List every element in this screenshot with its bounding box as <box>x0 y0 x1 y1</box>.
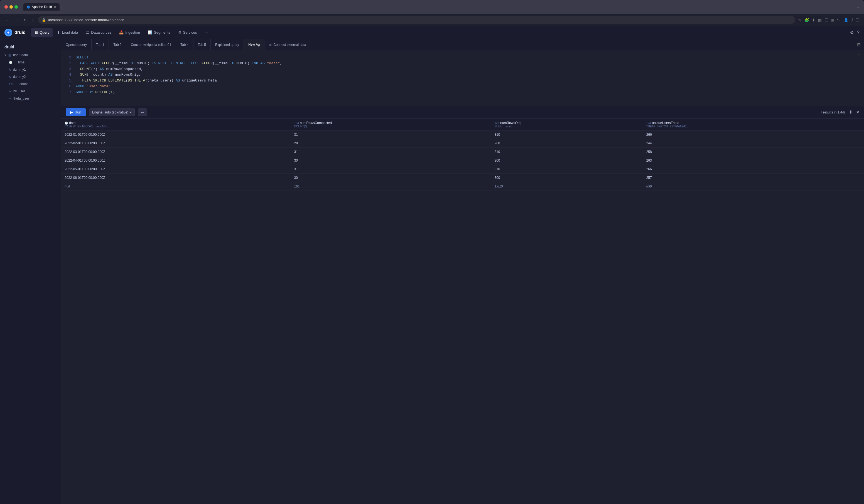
line-number-5: 5 <box>66 78 71 84</box>
line-number-6: 6 <box>66 84 71 89</box>
settings-icon[interactable]: ⚙ <box>850 30 854 35</box>
add-tab-button[interactable]: ⊞ <box>857 42 861 47</box>
sidebar-item-hll-user[interactable]: ✳ hll_user <box>0 88 61 95</box>
sidebar-item-dummy2[interactable]: A dummy2 <box>0 73 61 81</box>
back-button[interactable]: ← <box>4 17 11 23</box>
run-play-icon: ▶ <box>70 110 73 114</box>
table-row: 2022-01-01T00:00:00.000Z31310266 <box>61 131 864 139</box>
sidebar-item-time[interactable]: 🕐 __time <box>0 59 61 66</box>
cell-numRowsCompacted-0: 31 <box>291 131 491 139</box>
tab-opened-query[interactable]: Opened query <box>61 39 92 50</box>
download-results-button[interactable]: ⬇ <box>849 110 853 115</box>
tab-convert-wikipedia[interactable]: Convert wikipedia-rollup-01 <box>127 39 176 50</box>
chevron-down-icon: ▾ <box>130 110 132 114</box>
bookmark-icon[interactable]: ☆ <box>798 18 802 22</box>
new-tab-button[interactable]: + <box>61 4 63 10</box>
extensions-icon[interactable]: 🧩 <box>804 18 809 22</box>
editor-area[interactable]: 1 SELECT 2 CASE WHEN FLOOR(__time TO MON… <box>61 50 864 106</box>
editor-line-1: 1 SELECT <box>66 55 860 61</box>
sidebar-title: druid <box>4 45 14 49</box>
url-text: localhost:8888/unified-console.html#work… <box>48 18 124 22</box>
close-results-button[interactable]: ✕ <box>856 110 860 115</box>
druid-logo-icon <box>4 29 12 36</box>
sidebar-item-dummy1[interactable]: A dummy1 <box>0 66 61 73</box>
tab-2[interactable]: Tab 2 <box>109 39 126 50</box>
nav-item-load-data[interactable]: ⬆ Load data <box>54 28 81 37</box>
nav-item-datasources[interactable]: 🗃 Datasources <box>82 28 115 37</box>
sidebar-item-dummy2-label: dummy2 <box>13 75 26 79</box>
nav-item-query-label: Query <box>39 30 49 35</box>
forward-button[interactable]: → <box>13 17 20 23</box>
more-options-label: ··· <box>141 110 144 114</box>
nav-item-ingestion[interactable]: 📥 Ingestion <box>116 28 143 37</box>
home-button[interactable]: ⌂ <box>31 17 35 23</box>
col-header-unique-users-theta: 123uniqueUsersTheta THETA_SKETCH_ESTIMAT… <box>643 119 864 131</box>
engine-select[interactable]: Engine: auto (sql-native) ▾ <box>89 109 135 116</box>
editor-line-3: 3 COUNT(*) AS numRowsCompacted, <box>66 66 860 72</box>
grid-icon[interactable]: ⊞ <box>831 18 834 22</box>
address-bar[interactable]: 🔒 localhost:8888/unified-console.html#wo… <box>38 16 795 24</box>
maximize-window-button[interactable] <box>14 5 18 9</box>
line-code-1: SELECT <box>76 55 89 61</box>
tab-connect-external[interactable]: ⊞ Connect external data <box>264 39 311 50</box>
tab-5[interactable]: Tab 5 <box>193 39 211 50</box>
active-browser-tab[interactable]: 🔵 Apache Druid ✕ <box>23 3 60 11</box>
cell-date-5: 2022-06-01T00:00:00.000Z <box>61 174 291 182</box>
tab-close-button[interactable]: ✕ <box>54 5 56 9</box>
num-col-icon-2: 123 <box>494 122 499 125</box>
help-icon[interactable]: ? <box>857 30 860 35</box>
tab-5-label: Tab 5 <box>198 43 206 47</box>
nav-item-more-label: ··· <box>205 30 208 35</box>
sidebar-item-theta-label: theta_user <box>13 97 29 100</box>
nav-item-segments[interactable]: 📊 Segments <box>144 28 174 37</box>
reader-icon[interactable]: ☰ <box>825 18 828 22</box>
cell-numRowsCompacted-6: 181 <box>291 182 491 191</box>
tab-explained-query[interactable]: Explained query <box>211 39 244 50</box>
minimize-window-button[interactable] <box>10 5 13 9</box>
cell-date-0: 2022-01-01T00:00:00.000Z <box>61 131 291 139</box>
tab-1[interactable]: Tab 1 <box>92 39 109 50</box>
close-window-button[interactable] <box>4 5 8 9</box>
tab-new-ag[interactable]: New Ag <box>244 39 264 50</box>
more-options-button[interactable]: ··· <box>138 109 147 116</box>
tab-4[interactable]: Tab 4 <box>176 39 193 50</box>
string-type-icon: A <box>9 68 11 71</box>
sidebar: druid ⋯ ▾ ▦ user_data 🕐 __time A dummy1 <box>0 39 61 504</box>
sidebar-item-theta-user[interactable]: ✳ theta_user <box>0 95 61 102</box>
string-type-icon-2: A <box>9 75 11 78</box>
cell-date-3: 2022-04-01T00:00:00.000Z <box>61 156 291 165</box>
share-icon[interactable]: ⤴ <box>851 18 853 22</box>
cell-numRowsOrig-1: 280 <box>491 139 643 148</box>
editor-line-6: 6 FROM "user_data" <box>66 84 860 89</box>
sidebar-item-count-label: __count <box>16 82 28 86</box>
cell-uniqueUsersTheta-6: 838 <box>643 182 864 191</box>
table-row: null1811,810838 <box>61 182 864 191</box>
sidebar-expand-icon[interactable]: ⋯ <box>53 45 57 49</box>
clock-icon: 🕐 <box>9 61 12 64</box>
cell-uniqueUsersTheta-2: 258 <box>643 148 864 156</box>
shield-icon[interactable]: 🛡 <box>837 18 841 22</box>
download-icon[interactable]: ⬇ <box>812 18 815 22</box>
nav-item-ingestion-label: Ingestion <box>125 30 140 35</box>
clock-col-icon: 🕐 <box>64 122 68 125</box>
editor-menu-button[interactable]: ☰ <box>857 54 861 60</box>
browser-titlebar: 🔵 Apache Druid ✕ + ⌄ <box>0 0 864 14</box>
menu-icon[interactable]: ☰ <box>856 18 860 22</box>
cell-date-4: 2022-05-01T00:00:00.000Z <box>61 165 291 174</box>
sidebar-item-count[interactable]: 123 __count <box>0 81 61 88</box>
sidebar-icon[interactable]: ▦ <box>818 18 822 22</box>
cell-numRowsCompacted-4: 31 <box>291 165 491 174</box>
reload-button[interactable]: ↻ <box>22 17 28 23</box>
line-code-7: GROUP BY ROLLUP(1) <box>76 89 115 95</box>
run-button[interactable]: ▶ Run <box>66 108 86 116</box>
profile-icon[interactable]: 👤 <box>844 18 849 22</box>
nav-right: ⚙ ? <box>850 30 860 35</box>
nav-item-query[interactable]: ▦ Query <box>31 28 52 37</box>
query-nav-icon: ▦ <box>35 30 38 35</box>
nav-item-services[interactable]: ⚙ Services <box>175 28 201 37</box>
content-area: Opened query Tab 1 Tab 2 Convert wikiped… <box>61 39 864 504</box>
sidebar-item-user-data[interactable]: ▾ ▦ user_data <box>0 51 61 59</box>
cell-uniqueUsersTheta-4: 266 <box>643 165 864 174</box>
tab-explained-label: Explained query <box>215 43 239 47</box>
nav-item-more[interactable]: ··· <box>201 28 211 37</box>
